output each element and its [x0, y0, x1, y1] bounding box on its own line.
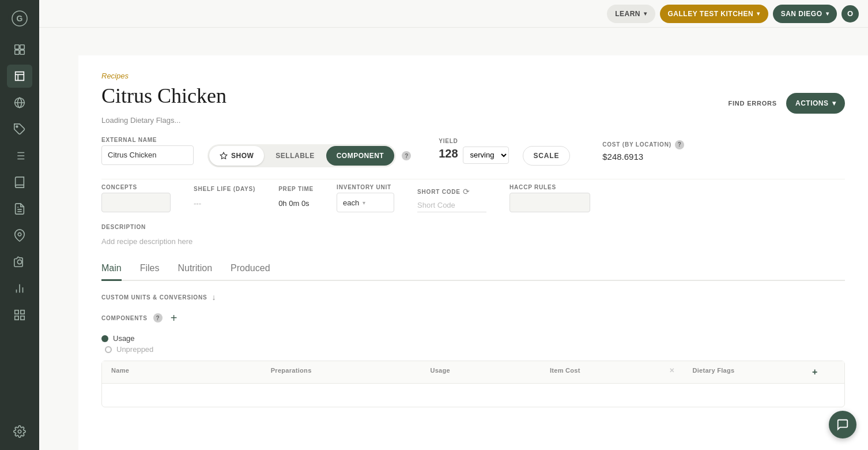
- sidebar-item-camera[interactable]: [7, 250, 32, 273]
- svg-point-7: [16, 126, 18, 127]
- svg-text:G: G: [17, 14, 23, 23]
- chevron-down-icon: ▾: [826, 10, 829, 17]
- kitchen-button[interactable]: GALLEY TEST KITCHEN ▾: [660, 5, 768, 23]
- yield-value: 128: [439, 147, 458, 160]
- collapse-arrow-icon: ↓: [212, 292, 216, 302]
- sidebar-item-tag[interactable]: [7, 118, 32, 141]
- sync-icon[interactable]: ⟳: [463, 187, 470, 196]
- svg-rect-4: [15, 50, 19, 54]
- external-name-field: EXTERNAL NAME: [101, 137, 194, 165]
- sidebar-item-list[interactable]: [7, 144, 32, 167]
- sidebar-item-analytics[interactable]: [7, 277, 32, 300]
- loading-status: Loading Dietary Flags...: [101, 116, 845, 125]
- short-code-label: SHORT CODE: [417, 189, 461, 195]
- unprepped-label[interactable]: Unprepped: [116, 345, 153, 354]
- usage-label[interactable]: Usage: [113, 334, 135, 343]
- description-input[interactable]: Add recipe description here: [101, 234, 845, 249]
- cost-field: COST (BY LOCATION) ? $248.6913: [602, 140, 684, 162]
- short-code-input[interactable]: [417, 198, 486, 212]
- chevron-down-icon: ▾: [757, 10, 760, 17]
- col-dietary-flags: Dietary Flags: [692, 367, 812, 377]
- tabs-nav: Main Files Nutrition Produced: [101, 263, 845, 281]
- tab-files[interactable]: Files: [140, 263, 160, 281]
- sidebar-item-globe[interactable]: [7, 91, 32, 114]
- svg-rect-15: [15, 316, 18, 320]
- sidebar-item-menu[interactable]: [7, 38, 32, 61]
- sidebar-item-grid[interactable]: [7, 303, 32, 327]
- yield-unit-select[interactable]: serving: [463, 147, 509, 164]
- col-x: ✕: [669, 367, 692, 377]
- external-name-input[interactable]: [101, 145, 194, 165]
- custom-units-section[interactable]: CUSTOM UNITS & CONVERSIONS ↓: [101, 292, 845, 302]
- chevron-down-icon: ▾: [832, 99, 836, 107]
- prep-time-label: PREP TIME: [278, 186, 314, 192]
- tab-nutrition[interactable]: Nutrition: [178, 263, 212, 281]
- col-item-cost: Item Cost: [550, 367, 670, 377]
- col-name: Name: [111, 367, 271, 377]
- col-usage: Usage: [430, 367, 550, 377]
- top-navigation: LEARN ▾ GALLEY TEST KITCHEN ▾ SAN DIEGO …: [39, 0, 868, 28]
- svg-point-9: [17, 260, 21, 264]
- sidebar-item-doc[interactable]: [7, 197, 32, 220]
- sidebar-item-recipes[interactable]: [7, 65, 32, 88]
- show-toggle-button[interactable]: SHOW: [209, 146, 264, 166]
- table-header-row: Name Preparations Usage Item Cost ✕ Diet…: [102, 361, 844, 384]
- svg-rect-2: [15, 45, 19, 49]
- haccp-input[interactable]: [510, 193, 590, 212]
- inventory-unit-label: INVENTORY UNIT: [337, 184, 394, 190]
- scale-button[interactable]: SCALE: [523, 146, 571, 166]
- table-empty-row: [102, 384, 844, 407]
- learn-button[interactable]: LEARN ▾: [607, 5, 655, 23]
- unprepped-row: Unprepped: [105, 345, 845, 354]
- external-name-label: EXTERNAL NAME: [101, 137, 194, 143]
- yield-label: YIELD: [439, 138, 508, 144]
- svg-rect-13: [15, 310, 18, 314]
- col-add[interactable]: +: [812, 367, 835, 377]
- components-header: COMPONENTS ? +: [101, 311, 845, 325]
- haccp-field: HACCP RULES: [510, 184, 590, 212]
- actions-button[interactable]: ACTIONS ▾: [786, 93, 845, 114]
- components-table: Name Preparations Usage Item Cost ✕ Diet…: [101, 361, 845, 407]
- components-help-icon[interactable]: ?: [153, 313, 163, 322]
- app-logo[interactable]: G: [8, 7, 31, 30]
- sidebar-item-location[interactable]: [7, 224, 32, 247]
- cost-label: COST (BY LOCATION): [602, 141, 671, 148]
- chevron-down-icon: ▾: [644, 10, 647, 17]
- short-code-field: SHORT CODE ⟳: [417, 187, 486, 212]
- shelf-life-field: SHELF LIFE (DAYS) ---: [194, 186, 255, 212]
- sellable-toggle-button[interactable]: SELLABLE: [265, 146, 324, 166]
- prep-time-value: 0h 0m 0s: [278, 194, 314, 212]
- component-help-icon[interactable]: ?: [402, 151, 411, 160]
- haccp-label: HACCP RULES: [510, 184, 590, 190]
- description-section: DESCRIPTION Add recipe description here: [101, 224, 845, 249]
- recipe-type-toggle: SHOW SELLABLE COMPONENT: [207, 144, 396, 167]
- svg-rect-3: [20, 45, 24, 49]
- concepts-label: CONCEPTS: [101, 184, 171, 190]
- usage-toggle: Usage Unprepped: [101, 334, 845, 354]
- tab-produced[interactable]: Produced: [231, 263, 270, 281]
- components-title: COMPONENTS: [101, 315, 148, 321]
- breadcrumb[interactable]: Recipes: [101, 72, 845, 80]
- shelf-life-label: SHELF LIFE (DAYS): [194, 186, 255, 192]
- usage-row: Usage: [101, 334, 845, 343]
- component-toggle-button[interactable]: COMPONENT: [326, 146, 395, 166]
- chevron-down-icon: ▾: [363, 200, 365, 206]
- add-component-button[interactable]: +: [167, 311, 181, 325]
- page-title: Citrus Chicken: [101, 84, 227, 108]
- find-errors-button[interactable]: FIND ERRORS: [728, 100, 777, 107]
- prep-time-field: PREP TIME 0h 0m 0s: [278, 186, 314, 212]
- location-button[interactable]: SAN DIEGO ▾: [773, 5, 837, 23]
- chat-button[interactable]: [829, 411, 856, 438]
- inventory-unit-field: INVENTORY UNIT each ▾: [337, 184, 394, 212]
- sidebar-item-settings[interactable]: [7, 420, 32, 443]
- inventory-unit-select[interactable]: each ▾: [337, 193, 394, 212]
- sidebar-item-book[interactable]: [7, 171, 32, 194]
- concepts-input[interactable]: [101, 193, 171, 212]
- svg-rect-5: [20, 50, 24, 54]
- yield-field: YIELD 128 serving: [439, 138, 508, 164]
- user-avatar[interactable]: O: [841, 5, 859, 22]
- tab-main[interactable]: Main: [101, 263, 122, 281]
- svg-point-8: [18, 232, 21, 236]
- main-content: Recipes Citrus Chicken FIND ERRORS ACTIO…: [78, 55, 868, 450]
- cost-help-icon[interactable]: ?: [675, 140, 684, 149]
